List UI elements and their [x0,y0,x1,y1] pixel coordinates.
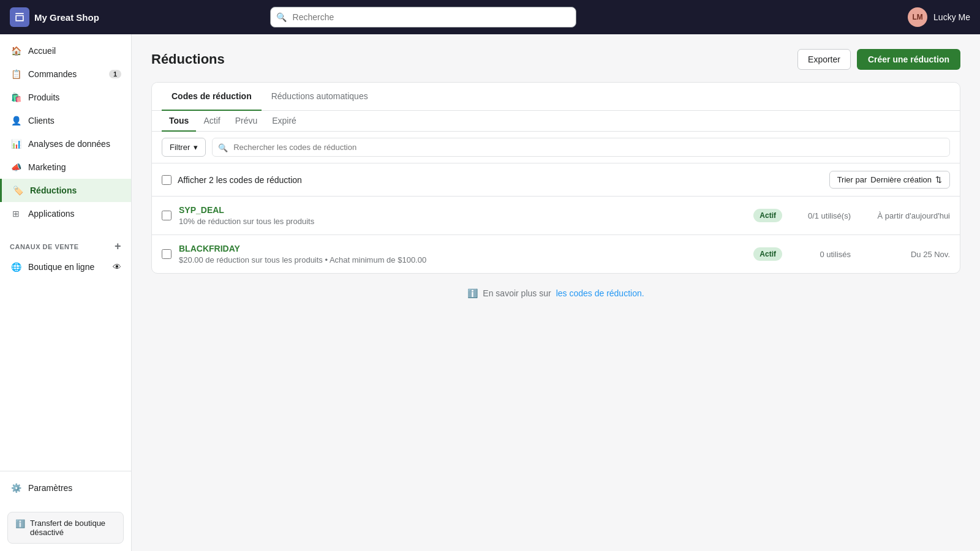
filter-tabs-row: Tous Actif Prévu Expiré [152,111,960,132]
orders-icon: 📋 [10,68,22,80]
eye-icon: 👁 [113,262,121,272]
sidebar-item-label: Paramètres [28,483,72,493]
discount-desc-syp: 10% de réduction sur tous les produits [179,217,746,226]
discount-info-blackfriday: BLACKFRIDAY $20.00 de réduction sur tous… [179,244,746,264]
tab-codes-reduction[interactable]: Codes de réduction [162,83,262,111]
discount-checkbox-blackfriday[interactable] [162,249,172,259]
sidebar-item-label: Commandes [28,69,77,79]
store-icon: 🌐 [10,261,22,273]
discount-name-blackfriday: BLACKFRIDAY [179,244,746,253]
sidebar-item-commandes[interactable]: 📋 Commandes 1 [0,62,131,86]
transfer-notice: ℹ️ Transfert de boutique désactivé [7,512,124,544]
topbar: My Great Shop 🔍 LM Lucky Me [0,0,980,34]
tab-reductions-auto[interactable]: Réductions automatiques [262,83,378,111]
sidebar-item-label: Réductions [30,186,77,195]
sidebar-item-parametres[interactable]: ⚙️ Paramètres [0,476,131,500]
sidebar-item-label: Clients [28,116,55,126]
sidebar-item-label: Produits [28,92,59,102]
params-section: ⚙️ Paramètres [0,471,131,504]
sidebar-item-label: Applications [28,209,75,219]
page-actions: Exporter Créer une réduction [797,49,960,70]
logo-text: My Great Shop [34,12,99,23]
sort-value: Dernière création [870,175,932,184]
sort-arrows-icon: ⇅ [935,175,942,184]
topbar-right: LM Lucky Me [908,7,970,27]
apps-icon: ⊞ [10,208,22,220]
sort-label: Trier par [837,175,867,184]
discounts-card: Codes de réduction Réductions automatiqu… [151,82,960,274]
footer-link[interactable]: les codes de réduction. [556,288,644,298]
clients-icon: 👤 [10,114,22,127]
logo: My Great Shop [10,7,99,27]
home-icon: 🏠 [10,45,22,57]
search-bar[interactable]: 🔍 [270,7,576,28]
date-info-blackfriday: Du 25 Nov. [858,250,950,259]
filter-tab-tous[interactable]: Tous [162,111,196,132]
status-badge-blackfriday: Actif [753,247,782,261]
transfer-text: Transfert de boutique désactivé [30,519,116,537]
analytics-icon: 📊 [10,138,22,150]
info-icon: ℹ️ [15,519,25,528]
filter-button[interactable]: Filtrer ▾ [162,138,206,157]
sidebar-item-analyses[interactable]: 📊 Analyses de données [0,132,131,156]
chevron-down-icon: ▾ [194,143,198,152]
avatar[interactable]: LM [908,7,927,27]
canaux-section: CANAUX DE VENTE + 🌐 Boutique en ligne 👁 [0,230,131,283]
sidebar: 🏠 Accueil 📋 Commandes 1 🛍️ Produits 👤 Cl… [0,34,132,551]
sort-select[interactable]: Trier par Dernière création ⇅ [829,171,950,189]
main-content: Réductions Exporter Créer une réduction … [132,34,980,551]
add-canal-icon[interactable]: + [115,240,121,253]
canaux-title: CANAUX DE VENTE + [0,235,131,255]
discount-info-syp: SYP_DEAL 10% de réduction sur tous les p… [179,205,746,226]
create-reduction-button[interactable]: Créer une réduction [857,49,960,70]
sidebar-item-label: Analyses de données [28,139,110,149]
discount-row-blackfriday[interactable]: BLACKFRIDAY $20.00 de réduction sur tous… [152,235,960,273]
products-icon: 🛍️ [10,91,22,103]
filter-tab-actif[interactable]: Actif [196,111,227,132]
sidebar-item-label: Marketing [28,162,66,172]
info-footer: ℹ️ En savoir plus sur les codes de réduc… [151,274,960,313]
search-codes[interactable]: 🔍 [212,138,950,157]
sidebar-bottom: ℹ️ Transfert de boutique désactivé [0,504,131,551]
page-header: Réductions Exporter Créer une réduction [151,49,960,70]
discount-desc-blackfriday: $20.00 de réduction sur tous les produit… [179,255,746,264]
sidebar-item-accueil[interactable]: 🏠 Accueil [0,39,131,62]
filter-tab-expire[interactable]: Expiré [265,111,304,132]
sidebar-item-reductions[interactable]: 🏷️ Réductions [0,179,131,202]
export-button[interactable]: Exporter [797,49,851,70]
search-icon-small: 🔍 [218,143,228,152]
footer-text: En savoir plus sur [483,288,551,298]
date-info-syp: À partir d'aujourd'hui [858,211,950,220]
main-layout: 🏠 Accueil 📋 Commandes 1 🛍️ Produits 👤 Cl… [0,34,980,551]
orders-badge: 1 [109,70,121,78]
reductions-icon: 🏷️ [12,184,24,197]
discount-name-syp: SYP_DEAL [179,205,746,215]
search-input[interactable] [270,7,576,28]
sidebar-item-produits[interactable]: 🛍️ Produits [0,86,131,109]
select-all-checkbox[interactable] [162,175,172,185]
user-name: Lucky Me [933,12,970,22]
select-all-row: Afficher 2 les codes de réduction Trier … [152,163,960,197]
nav-section: 🏠 Accueil 📋 Commandes 1 🛍️ Produits 👤 Cl… [0,34,131,230]
marketing-icon: 📣 [10,161,22,173]
sidebar-item-label: Boutique en ligne [28,262,94,272]
codes-search-input[interactable] [212,138,950,157]
usage-count-syp: 0/1 utilisé(s) [790,211,851,220]
sidebar-item-boutique[interactable]: 🌐 Boutique en ligne 👁 [0,255,131,279]
sidebar-item-clients[interactable]: 👤 Clients [0,109,131,132]
search-icon: 🔍 [276,12,287,22]
filter-tab-prevu[interactable]: Prévu [228,111,265,132]
discount-checkbox-syp[interactable] [162,211,172,220]
status-badge-syp: Actif [753,209,782,222]
logo-icon [10,7,29,27]
sidebar-item-label: Accueil [28,46,56,56]
sidebar-item-applications[interactable]: ⊞ Applications [0,202,131,225]
discount-row-syp[interactable]: SYP_DEAL 10% de réduction sur tous les p… [152,197,960,235]
select-all-label: Afficher 2 les codes de réduction [162,175,302,185]
page-title: Réductions [151,51,225,67]
actions-row: Filtrer ▾ 🔍 [152,132,960,163]
usage-count-blackfriday: 0 utilisés [790,250,851,259]
sidebar-item-marketing[interactable]: 📣 Marketing [0,156,131,179]
info-icon-footer: ℹ️ [467,288,478,298]
gear-icon: ⚙️ [10,482,22,494]
